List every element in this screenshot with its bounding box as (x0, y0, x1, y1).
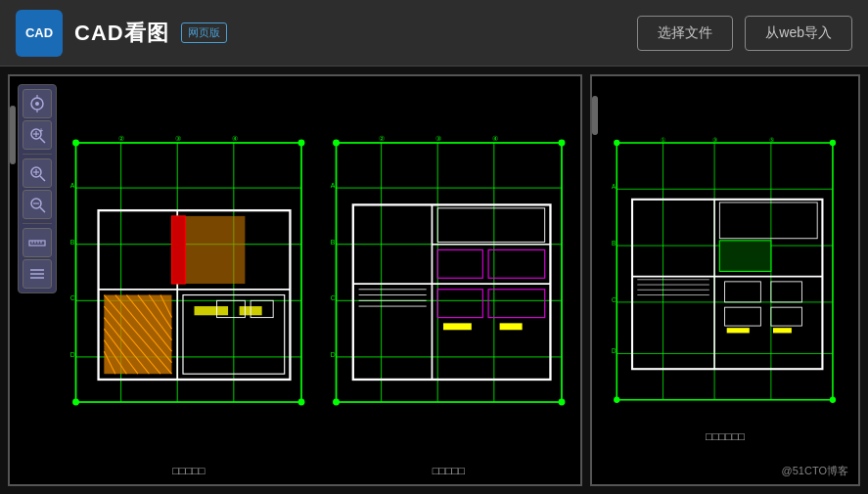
svg-rect-117 (773, 328, 792, 333)
svg-rect-81 (488, 290, 545, 318)
zoom-window-button[interactable]: + (23, 120, 52, 150)
svg-text:④: ④ (491, 135, 497, 142)
svg-text:③: ③ (434, 135, 440, 142)
floor-plan-1: A B C D ② ③ ④ □□□□□ (65, 84, 313, 476)
svg-point-1 (35, 102, 39, 106)
svg-text:C: C (330, 294, 335, 301)
svg-text:D: D (612, 348, 617, 355)
svg-rect-65 (336, 143, 561, 402)
svg-text:D: D (70, 351, 75, 358)
zoom-in-button[interactable] (23, 158, 52, 188)
svg-text:③: ③ (175, 135, 181, 142)
svg-text:⑤: ⑤ (769, 136, 774, 143)
layers-button[interactable] (23, 259, 52, 289)
svg-line-5 (40, 138, 45, 143)
plan1-label: □□□□□ (172, 465, 205, 476)
svg-rect-115 (771, 307, 802, 326)
svg-point-88 (333, 140, 340, 147)
zoom-fit-button[interactable] (23, 89, 52, 118)
svg-rect-111 (720, 241, 772, 272)
header: CAD CAD看图 网页版 选择文件 从web导入 (0, 0, 868, 67)
svg-text:③: ③ (712, 136, 717, 143)
svg-rect-77 (437, 208, 544, 243)
svg-rect-73 (352, 204, 550, 380)
svg-rect-80 (437, 290, 482, 318)
svg-rect-107 (632, 200, 822, 369)
right-plan-label: □□□□□□ (706, 430, 745, 442)
svg-point-90 (333, 399, 340, 406)
drawing-area: A B C D ② ③ ④ □□□□□ (65, 84, 572, 476)
svg-rect-16 (29, 241, 45, 246)
plan-canvas-1: A B C D ② ③ ④ (65, 84, 313, 461)
toolbar-divider (23, 154, 52, 155)
app-title: CAD看图 (74, 19, 169, 48)
svg-text:A: A (612, 183, 617, 190)
svg-rect-78 (437, 249, 482, 278)
svg-point-54 (72, 140, 79, 147)
svg-point-89 (558, 140, 565, 147)
svg-point-57 (298, 399, 305, 406)
right-scrollbar[interactable] (592, 96, 598, 135)
svg-point-56 (72, 399, 79, 406)
main-area: + (0, 67, 868, 494)
logo-text: CAD (25, 25, 53, 40)
version-badge: 网页版 (181, 22, 227, 43)
svg-point-125 (830, 397, 836, 403)
svg-text:C: C (70, 294, 75, 301)
svg-rect-112 (725, 282, 761, 302)
left-scrollbar[interactable] (10, 106, 16, 164)
plan2-label: □□□□□ (433, 465, 465, 476)
svg-rect-79 (488, 249, 545, 278)
svg-text:+: + (39, 127, 43, 134)
svg-text:C: C (612, 296, 617, 303)
watermark: @51CTO博客 (782, 464, 848, 478)
svg-text:A: A (330, 182, 335, 189)
svg-text:D: D (330, 351, 335, 358)
svg-line-14 (40, 207, 45, 212)
right-panel: A B C D ① ③ ⑤ □□□□□□ @51CTO博客 (590, 74, 860, 486)
svg-rect-113 (771, 282, 802, 302)
svg-text:A: A (70, 182, 75, 189)
right-plan-canvas: A B C D ① ③ ⑤ (612, 118, 838, 425)
svg-text:②: ② (118, 135, 124, 142)
svg-rect-114 (725, 307, 761, 326)
svg-rect-47 (183, 216, 245, 284)
svg-text:②: ② (379, 135, 385, 142)
svg-text:B: B (70, 239, 75, 246)
svg-rect-48 (171, 216, 185, 284)
plan-canvas-2: A B C D ② ③ ④ (325, 84, 573, 461)
svg-rect-110 (720, 202, 818, 239)
svg-line-10 (40, 176, 45, 181)
measure-button[interactable] (23, 228, 52, 257)
svg-point-122 (615, 140, 620, 146)
left-panel: + (8, 74, 582, 486)
svg-text:B: B (330, 239, 335, 246)
svg-rect-116 (727, 328, 750, 333)
toolbar: + (18, 84, 57, 293)
logo: CAD (16, 10, 63, 57)
svg-point-91 (558, 399, 565, 406)
svg-point-123 (830, 140, 836, 146)
svg-rect-83 (499, 323, 522, 330)
svg-point-55 (298, 140, 305, 147)
toolbar-divider2 (23, 223, 52, 224)
floor-plan-2: A B C D ② ③ ④ □□□□□ (325, 84, 573, 476)
svg-text:①: ① (662, 136, 666, 143)
svg-rect-82 (442, 323, 471, 330)
svg-rect-49 (195, 306, 229, 315)
svg-text:B: B (612, 240, 616, 247)
zoom-out-button[interactable] (23, 190, 52, 219)
web-import-button[interactable]: 从web导入 (745, 16, 852, 51)
svg-text:④: ④ (232, 135, 238, 142)
svg-point-124 (615, 397, 620, 403)
select-file-button[interactable]: 选择文件 (637, 16, 733, 51)
